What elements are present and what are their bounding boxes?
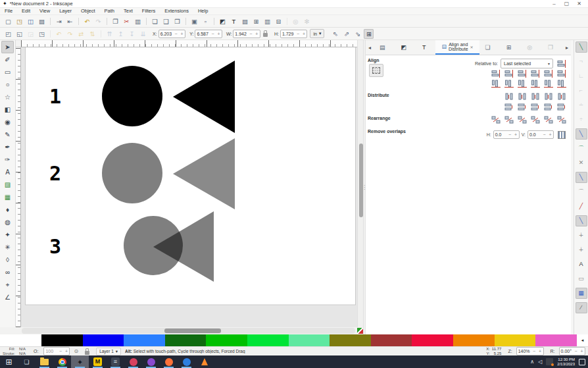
file-explorer-button[interactable]	[36, 355, 53, 368]
vlc-button[interactable]	[195, 355, 213, 368]
app-red-button[interactable]	[124, 355, 142, 368]
snap-others[interactable]: ╲	[576, 215, 587, 226]
snap-bbox-edges[interactable]: ∟	[576, 70, 587, 82]
swatch-red[interactable]	[412, 334, 453, 346]
zoom-tool[interactable]: ⌖	[1, 278, 14, 291]
preferences-button[interactable]: ✻	[302, 16, 312, 26]
snap-grid[interactable]: ▦	[576, 288, 587, 299]
height-field[interactable]: 1.729 − +	[280, 30, 308, 38]
start-button[interactable]: ⊞	[0, 355, 18, 368]
tab-text[interactable]: T	[416, 40, 436, 55]
palette-scroll-button[interactable]: ◂	[577, 334, 588, 346]
text-tool[interactable]: A	[1, 166, 14, 178]
ellipse-tool[interactable]: ○	[1, 78, 14, 91]
canvas-label-2[interactable]: 2	[49, 162, 61, 185]
align-right-edges-button[interactable]	[529, 69, 541, 78]
swatch-maroon[interactable]	[371, 334, 412, 346]
bezier-pen-tool[interactable]: ✒	[1, 141, 14, 153]
rotation-value[interactable]: 0.00°	[560, 349, 573, 354]
duplicate-button[interactable]: ❏	[150, 16, 160, 26]
distribute-vertical-gaps-button[interactable]	[543, 102, 554, 111]
distribute-top-edges-button[interactable]	[503, 102, 515, 111]
layer-visibility-eye-icon[interactable]: ⊙	[74, 348, 78, 354]
redo-button[interactable]: ↷	[93, 16, 103, 26]
distribute-bottom-edges-button[interactable]	[529, 102, 541, 111]
snap-line-midpoints[interactable]: ╱	[576, 201, 587, 212]
align-left-edges-button[interactable]	[503, 69, 515, 78]
copy-button[interactable]: ❐	[110, 16, 120, 26]
layer-dropdown[interactable]: Layer 1 ▾	[96, 348, 121, 355]
align-bottom-to-top-of-anchor-button[interactable]	[490, 79, 502, 88]
zoom-value[interactable]: 140%	[517, 349, 531, 354]
distribute-centers-horizontally-button[interactable]	[516, 92, 528, 101]
distribute-right-edges-button[interactable]	[529, 92, 541, 101]
clone-button[interactable]: ❑	[161, 16, 171, 26]
snap-smooth-nodes[interactable]: ⌒	[576, 186, 587, 197]
exchange-clockwise-button[interactable]	[529, 115, 541, 124]
group-button[interactable]: ▣	[189, 16, 199, 26]
tab-xml-editor[interactable]: ⊞	[501, 40, 522, 55]
h-gap-value[interactable]: 0.0	[494, 132, 507, 137]
swatch-orange[interactable]	[453, 334, 495, 346]
eraser-tool[interactable]: ◊	[1, 253, 14, 266]
x-field[interactable]: 6.203 − +	[159, 30, 186, 38]
height-plus-button[interactable]: +	[301, 32, 306, 36]
v-gap-value[interactable]: 0.0	[528, 132, 541, 137]
snap-rotation-centers[interactable]: ∔	[576, 244, 587, 255]
box-3d-tool[interactable]: ◧	[1, 103, 14, 116]
tray-chevron-up-icon[interactable]: ∧	[530, 359, 534, 365]
measure-tool[interactable]: ∠	[1, 291, 14, 303]
h-gap-field[interactable]: 0.0 − +	[493, 130, 520, 139]
opacity-value[interactable]: 100	[44, 349, 57, 354]
zoom-in-button[interactable]: +	[537, 349, 543, 354]
opacity-minus-button[interactable]: −	[57, 349, 63, 354]
flip-vertical-button[interactable]: ⇅	[87, 29, 97, 39]
distribute-horizontal-gaps-button[interactable]	[543, 92, 554, 101]
opacity-plus-button[interactable]: +	[63, 349, 69, 354]
width-minus-button[interactable]: −	[248, 32, 254, 36]
star-tool[interactable]: ☆	[1, 91, 14, 103]
v-gap-minus-button[interactable]: −	[541, 132, 547, 137]
x-plus-button[interactable]: +	[179, 32, 185, 36]
menu-item[interactable]: Extensions	[160, 8, 193, 14]
menu-item[interactable]: Object	[76, 8, 100, 14]
scale-stroke-toggle[interactable]: ⇖	[330, 29, 340, 39]
pencil-tool[interactable]: ✎	[1, 128, 14, 141]
text-align-vertical-button[interactable]	[556, 79, 568, 88]
calculator-button[interactable]: ≡	[107, 355, 124, 368]
align-left-to-right-of-anchor-button[interactable]	[543, 69, 554, 78]
gradient-tool[interactable]: ▨	[1, 178, 14, 191]
select-all-layers-button[interactable]: ◱	[14, 29, 24, 39]
action-center-button[interactable]	[579, 359, 585, 365]
ungroup-button[interactable]: ▫	[201, 16, 210, 26]
swatch-black[interactable]	[41, 334, 83, 346]
center-on-horizontal-axis-button[interactable]	[516, 79, 528, 88]
h-gap-plus-button[interactable]: +	[513, 132, 519, 137]
flip-horizontal-button[interactable]: ⇄	[76, 29, 86, 39]
new-document-button[interactable]: ▢	[3, 16, 13, 26]
rotate-ccw-button[interactable]: ↶	[54, 29, 64, 39]
cut-button[interactable]: ✂	[122, 16, 132, 26]
menu-item[interactable]: Layer	[55, 8, 76, 14]
arrange-connector-network-button[interactable]	[490, 115, 502, 124]
rotate-cw-button[interactable]: ↷	[65, 29, 75, 39]
distribute-text-vertical-button[interactable]	[556, 102, 568, 111]
maximize-button[interactable]: ▢	[560, 0, 573, 7]
y-value[interactable]: 6.587	[195, 32, 210, 36]
lower-button[interactable]: ↧	[127, 29, 137, 39]
snap-nodes[interactable]: ╲	[576, 128, 587, 140]
align-bottom-edges-button[interactable]	[529, 79, 541, 88]
snap-bbox-centers[interactable]: ÷	[576, 114, 587, 125]
rectangle-tool[interactable]: ▭	[1, 66, 14, 78]
height-value[interactable]: 1.729	[281, 32, 295, 36]
menu-item[interactable]: Text	[119, 8, 137, 14]
import-button[interactable]: ⇥	[54, 16, 64, 26]
lower-to-bottom-button[interactable]: ⇊	[138, 29, 148, 39]
app-blue-button[interactable]	[178, 355, 195, 368]
v-gap-field[interactable]: 0.0 − +	[527, 130, 554, 139]
deselect-button[interactable]: ◲	[26, 29, 36, 39]
menu-item[interactable]: File	[0, 8, 17, 14]
print-button[interactable]: ▤	[37, 16, 47, 26]
width-field[interactable]: 1.942 − +	[233, 30, 260, 38]
move-gradients-toggle[interactable]: ⇘	[353, 29, 362, 39]
